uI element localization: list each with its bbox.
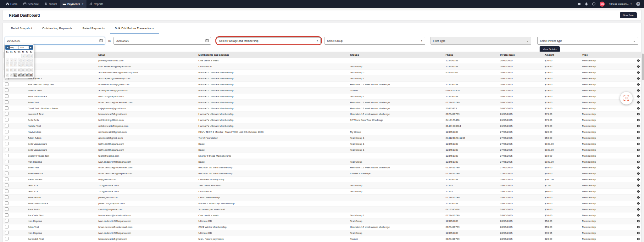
row-checkbox[interactable] bbox=[5, 88, 8, 92]
view-row-eye-icon[interactable] bbox=[632, 119, 641, 121]
view-row-eye-icon[interactable] bbox=[632, 83, 641, 86]
view-row-eye-icon[interactable] bbox=[632, 59, 641, 62]
user-menu[interactable]: Fitness Support... ▼ bbox=[609, 3, 632, 5]
view-row-eye-icon[interactable] bbox=[632, 77, 641, 80]
view-row-eye-icon[interactable] bbox=[632, 137, 641, 139]
row-checkbox[interactable] bbox=[5, 142, 8, 145]
row-checkbox[interactable] bbox=[5, 166, 8, 169]
row-checkbox[interactable] bbox=[5, 219, 8, 222]
view-row-eye-icon[interactable] bbox=[632, 89, 641, 92]
view-row-eye-icon[interactable] bbox=[632, 149, 641, 151]
view-row-eye-icon[interactable] bbox=[632, 166, 641, 169]
row-checkbox[interactable] bbox=[5, 237, 8, 240]
row-checkbox[interactable] bbox=[5, 106, 8, 110]
calendar-day-28[interactable]: 28 bbox=[18, 73, 21, 77]
row-checkbox[interactable] bbox=[5, 177, 8, 181]
calendar-day-27[interactable]: 27 bbox=[14, 73, 17, 77]
tab-retail-snapshot[interactable]: Retail Snapshot bbox=[6, 23, 37, 34]
row-checkbox[interactable] bbox=[5, 82, 8, 86]
new-sale-button[interactable]: New Sale bbox=[620, 12, 637, 18]
nav-payments[interactable]: Payments ▼ bbox=[60, 0, 86, 8]
row-checkbox[interactable] bbox=[5, 213, 8, 217]
date-from-input[interactable]: 26/05/2025 bbox=[5, 37, 105, 45]
calendar-day-29[interactable]: 29 bbox=[21, 73, 25, 77]
row-checkbox[interactable] bbox=[5, 124, 8, 127]
prev-month-icon[interactable]: ◀ bbox=[6, 46, 9, 49]
help-icon[interactable]: ? bbox=[636, 2, 640, 6]
email-cell: natalie.test1@hapana.com bbox=[98, 125, 198, 127]
scrollbar-thumb[interactable] bbox=[642, 53, 644, 80]
view-row-eye-icon[interactable] bbox=[632, 131, 641, 133]
view-row-eye-icon[interactable] bbox=[632, 232, 641, 234]
row-checkbox[interactable] bbox=[5, 136, 8, 139]
nav-clients[interactable]: Clients bbox=[42, 0, 60, 8]
view-row-eye-icon[interactable] bbox=[632, 214, 641, 217]
view-row-eye-icon[interactable] bbox=[632, 178, 641, 181]
nav-payments-label: Payments bbox=[67, 3, 80, 6]
row-checkbox[interactable] bbox=[5, 231, 8, 234]
tab-outstanding-payments[interactable]: Outstanding Payments bbox=[37, 23, 77, 34]
filter-type-select[interactable]: Filter Type ⌄ bbox=[430, 37, 531, 45]
view-row-eye-icon[interactable] bbox=[632, 172, 641, 175]
month-select[interactable]: May⌄ bbox=[9, 46, 19, 49]
group-cell: Test Group bbox=[350, 160, 446, 163]
view-row-eye-icon[interactable] bbox=[632, 160, 641, 163]
view-row-eye-icon[interactable] bbox=[632, 125, 641, 127]
nav-clients-label: Clients bbox=[49, 3, 57, 6]
row-checkbox[interactable] bbox=[5, 201, 8, 205]
calendar-day-31[interactable]: 31 bbox=[29, 73, 33, 77]
year-select[interactable]: 2025⌄ bbox=[19, 46, 29, 49]
row-checkbox[interactable] bbox=[5, 118, 8, 121]
nav-home[interactable]: Home bbox=[3, 0, 20, 8]
view-row-eye-icon[interactable] bbox=[632, 71, 641, 74]
calendar-day-30[interactable]: 30 bbox=[25, 73, 29, 77]
row-checkbox[interactable] bbox=[5, 195, 8, 199]
type-cell: Membership bbox=[582, 172, 632, 175]
next-month-icon[interactable]: ▶ bbox=[29, 46, 33, 49]
nav-schedule[interactable]: Schedule bbox=[20, 0, 42, 8]
view-row-eye-icon[interactable] bbox=[632, 65, 641, 68]
row-checkbox[interactable] bbox=[5, 100, 8, 104]
row-checkbox[interactable] bbox=[5, 189, 8, 193]
view-row-eye-icon[interactable] bbox=[632, 202, 641, 205]
view-row-eye-icon[interactable] bbox=[632, 190, 641, 193]
view-row-eye-icon[interactable] bbox=[632, 226, 641, 228]
tab-failed-payments[interactable]: Failed Payments bbox=[77, 23, 110, 34]
row-checkbox[interactable] bbox=[5, 112, 8, 115]
row-checkbox[interactable] bbox=[5, 225, 8, 228]
view-row-eye-icon[interactable] bbox=[632, 95, 641, 98]
view-row-eye-icon[interactable] bbox=[632, 143, 641, 145]
view-row-eye-icon[interactable] bbox=[632, 107, 641, 110]
clock-icon[interactable] bbox=[592, 2, 596, 6]
row-checkbox[interactable] bbox=[5, 94, 8, 98]
row-checkbox[interactable] bbox=[5, 207, 8, 211]
row-checkbox[interactable] bbox=[5, 160, 8, 163]
tab-bulk-edit-future-transactions[interactable]: Bulk Edit Future Transactions bbox=[110, 23, 159, 34]
package-membership-select[interactable]: Select Package and Membership ▼ bbox=[217, 37, 321, 44]
group-select[interactable]: Select Group ▼ bbox=[325, 37, 425, 45]
user-avatar[interactable]: Nm bbox=[600, 2, 605, 7]
view-row-eye-icon[interactable] bbox=[632, 113, 641, 115]
row-checkbox[interactable] bbox=[5, 154, 8, 157]
view-row-eye-icon[interactable] bbox=[632, 220, 641, 222]
date-to-input[interactable]: 26/06/2025 bbox=[114, 37, 211, 45]
calendar-icon[interactable] bbox=[99, 39, 103, 43]
view-row-eye-icon[interactable] bbox=[632, 101, 641, 104]
row-checkbox[interactable] bbox=[5, 130, 8, 133]
view-row-eye-icon[interactable] bbox=[632, 196, 641, 199]
invoice-type-select[interactable]: Select invoice type ⌄ bbox=[537, 37, 638, 45]
chat-icon[interactable] bbox=[577, 3, 581, 6]
bell-icon[interactable] bbox=[585, 2, 588, 6]
vertical-scrollbar[interactable] bbox=[642, 8, 644, 242]
row-checkbox[interactable] bbox=[5, 148, 8, 151]
row-checkbox[interactable] bbox=[5, 183, 8, 187]
row-checkbox[interactable] bbox=[5, 172, 8, 175]
view-row-eye-icon[interactable] bbox=[632, 184, 641, 187]
table-body: james@testharris.com One credit a week 1… bbox=[3, 58, 641, 242]
view-row-eye-icon[interactable] bbox=[632, 238, 641, 240]
view-row-eye-icon[interactable] bbox=[632, 208, 641, 211]
calendar-icon[interactable] bbox=[205, 39, 209, 43]
nav-reports[interactable]: Reports bbox=[86, 0, 106, 8]
barcode-scan-fab[interactable] bbox=[620, 92, 633, 104]
view-row-eye-icon[interactable] bbox=[632, 155, 641, 157]
